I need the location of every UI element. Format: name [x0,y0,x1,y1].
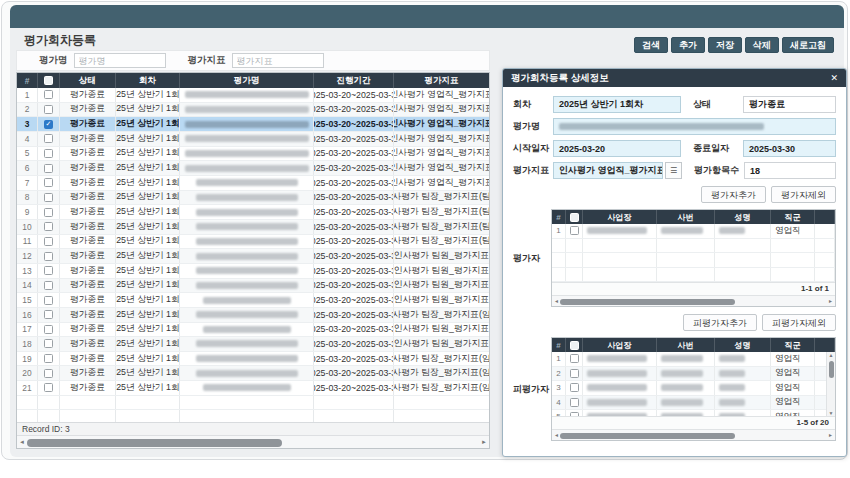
row-checkbox[interactable] [44,266,53,275]
add-evaluatee-button[interactable]: 피평가자추가 [683,314,757,331]
row-checkbox[interactable] [44,178,53,187]
table-row[interactable]: 3영업직 [552,381,835,396]
table-row[interactable]: 7평가종료2025년 상반기 1회차2025-03-20~2025-03-30인… [17,176,489,191]
close-icon[interactable]: ✕ [830,73,838,83]
table-row[interactable]: 16평가종료2025년 상반기 1회차2025-03-20~2025-03-30… [17,308,489,323]
toolbar-button-delete[interactable]: 삭제 [745,37,779,53]
start-date-field[interactable]: 2025-03-20 [553,140,681,157]
table-row[interactable]: 2영업직 [552,367,835,382]
row-checkbox[interactable] [44,369,53,378]
select-all-checkbox[interactable] [570,213,579,222]
remove-evaluator-button[interactable]: 평가자제외 [771,186,836,203]
row-checkbox[interactable] [44,252,53,261]
row-checkbox[interactable] [570,398,579,407]
toolbar-button-search[interactable]: 검색 [634,37,668,53]
table-row[interactable]: 14평가종료2025년 상반기 1회차2025-03-20~2025-03-30… [17,279,489,294]
indicator-field[interactable]: 인사평가 영업직_평가지표 [553,162,663,179]
row-checkbox[interactable] [44,281,53,290]
add-evaluator-button[interactable]: 평가자추가 [701,186,766,203]
select-all-checkbox[interactable] [44,76,53,85]
row-checkbox[interactable] [44,222,53,231]
remove-evaluatee-button[interactable]: 피평가자제외 [762,314,836,331]
row-number: 1 [17,88,38,102]
scrollbar-thumb[interactable] [560,433,735,439]
row-checkbox[interactable] [570,369,579,378]
row-checkbox[interactable] [44,354,53,363]
grid-vertical-scrollbar[interactable]: ▲▼ [826,352,835,416]
row-checkbox[interactable] [44,149,53,158]
grid-horizontal-scrollbar[interactable]: ◄► [552,295,835,306]
eval-name-filter-input[interactable] [74,53,166,68]
table-row[interactable]: 21평가종료2025년 상반기 1회차2025-03-20~2025-03-30… [17,381,489,396]
empty-cell [583,268,657,282]
row-checkbox[interactable] [44,237,53,246]
table-row[interactable]: 18평가종료2025년 상반기 1회차2025-03-20~2025-03-30… [17,337,489,352]
scroll-right-icon[interactable]: ► [826,296,835,307]
row-checkbox[interactable] [44,90,53,99]
name-field[interactable] [553,118,836,135]
scrollbar-thumb[interactable] [560,299,735,305]
table-row[interactable]: 17평가종료2025년 상반기 1회차2025-03-20~2025-03-30… [17,323,489,338]
scrollbar-thumb[interactable] [27,439,282,447]
round-field[interactable]: 2025년 상반기 1회차 [553,96,681,113]
row-checkbox[interactable] [44,383,53,392]
cell-indicator: 인사평가 팀장_평가지표(임원 [394,308,489,322]
end-date-label: 종료일자 [693,142,743,155]
redacted-name-text [196,223,298,230]
cell-indicator: 인사평가 팀장_평가지표(팀원 [394,235,489,249]
table-row[interactable]: 1영업직 [552,352,835,367]
row-checkbox[interactable] [570,354,579,363]
eval-indicator-filter-input[interactable] [232,53,324,68]
row-checkbox[interactable] [44,164,53,173]
grid-horizontal-scrollbar[interactable]: ◄ ► [17,435,489,448]
scroll-up-icon[interactable]: ▲ [827,352,835,358]
row-checkbox[interactable] [44,193,53,202]
table-row[interactable]: 20평가종료2025년 상반기 1회차2025-03-20~2025-03-30… [17,366,489,381]
evaluation-round-grid: #상태회차평가명진행기간평가지표 1평가종료2025년 상반기 1회차2025-… [16,72,490,449]
row-checkbox[interactable] [44,296,53,305]
table-row[interactable]: 12평가종료2025년 상반기 1회차2025-03-20~2025-03-30… [17,249,489,264]
toolbar-button-save[interactable]: 저장 [708,37,742,53]
scroll-right-icon[interactable]: ► [479,436,489,449]
row-checkbox[interactable] [570,383,579,392]
table-row[interactable]: 4평가종료2025년 상반기 1회차2025-03-20~2025-03-30인… [17,132,489,147]
cell-indicator: 인사평가 팀장_평가지표(임원 [394,381,489,395]
table-row[interactable]: 5평가종료2025년 상반기 1회차2025-03-20~2025-03-30인… [17,147,489,162]
table-row[interactable]: 2평가종료2025년 상반기 1회차2025-03-20~2025-03-30인… [17,103,489,118]
row-checkbox[interactable] [44,325,53,334]
scrollbar-thumb[interactable] [829,361,834,378]
table-row[interactable]: 3✓평가종료2025년 상반기 1회차2025-03-20~2025-03-30… [17,117,489,132]
table-row[interactable]: 15평가종료2025년 상반기 1회차2025-03-20~2025-03-30… [17,293,489,308]
cell-eval-name [180,381,314,395]
select-all-checkbox[interactable] [570,341,579,350]
toolbar-button-refresh[interactable]: 새로고침 [782,37,834,53]
table-row[interactable]: 10평가종료2025년 상반기 1회차2025-03-20~2025-03-30… [17,220,489,235]
table-row[interactable]: 1평가종료2025년 상반기 1회차2025-03-20~2025-03-30인… [17,88,489,103]
table-row[interactable]: 5영업직 [552,410,835,416]
scroll-down-icon[interactable]: ▼ [827,410,835,416]
indicator-label: 평가지표 [513,164,553,177]
row-checkbox[interactable] [44,208,53,217]
row-checkbox[interactable] [44,105,53,114]
table-row[interactable]: 13평가종료2025년 상반기 1회차2025-03-20~2025-03-30… [17,264,489,279]
indicator-picker-button[interactable]: ☰ [665,162,682,179]
toolbar-button-add[interactable]: 추가 [671,37,705,53]
table-row[interactable]: 6평가종료2025년 상반기 1회차2025-03-20~2025-03-30인… [17,161,489,176]
table-row[interactable]: 9평가종료2025년 상반기 1회차2025-03-20~2025-03-30인… [17,205,489,220]
row-checkbox[interactable] [44,339,53,348]
table-row[interactable]: 11평가종료2025년 상반기 1회차2025-03-20~2025-03-30… [17,235,489,250]
table-row[interactable]: 19평가종료2025년 상반기 1회차2025-03-20~2025-03-30… [17,352,489,367]
grid-body: 1평가종료2025년 상반기 1회차2025-03-20~2025-03-30인… [17,88,489,422]
end-date-field[interactable]: 2025-03-30 [743,140,836,157]
scroll-left-icon[interactable]: ◄ [17,436,27,449]
row-checkbox[interactable]: ✓ [44,120,53,129]
row-checkbox[interactable] [570,226,579,235]
scroll-right-icon[interactable]: ► [826,430,835,441]
table-row[interactable]: 8평가종료2025년 상반기 1회차2025-03-20~2025-03-30인… [17,191,489,206]
grid-horizontal-scrollbar[interactable]: ◄► [552,429,835,440]
row-checkbox[interactable] [44,134,53,143]
table-row[interactable]: 4영업직 [552,396,835,411]
row-checkbox[interactable] [44,310,53,319]
table-row[interactable]: 1영업직 [552,224,835,239]
row-checkbox[interactable] [570,412,579,416]
